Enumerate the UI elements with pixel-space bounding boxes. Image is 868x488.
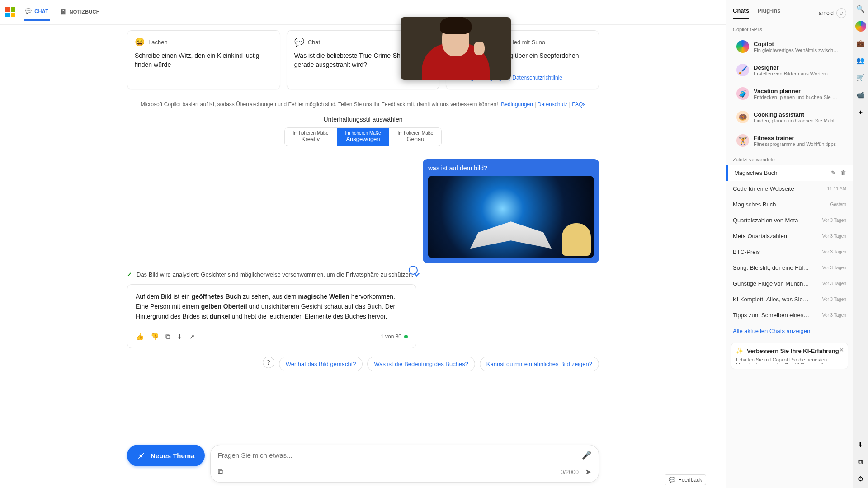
terms-link[interactable]: Bedingungen <box>501 101 533 108</box>
status-dot-icon <box>404 335 408 338</box>
briefcase-icon[interactable]: 💼 <box>855 38 866 49</box>
recent-chat[interactable]: Günstige Flüge von München nach Fra…Vor … <box>726 276 853 291</box>
copy-icon[interactable]: ⧉ <box>165 333 170 341</box>
download-rail-icon[interactable]: ⬇ <box>855 439 866 450</box>
microphone-icon[interactable]: 🎤 <box>582 450 591 460</box>
delete-icon[interactable]: 🗑 <box>840 169 846 176</box>
image-upload-icon[interactable]: ⧉ <box>218 468 223 477</box>
cooking-icon: 🍩 <box>736 111 749 123</box>
chat-bubble-icon: 💬 <box>294 37 304 47</box>
notebook-icon: 📓 <box>60 9 66 15</box>
followup-suggestions: ? Wer hat das Bild gemacht? Was ist die … <box>127 357 599 371</box>
suggestion-pill[interactable]: Kannst du mir ein ähnliches Bild zeigen? <box>480 357 599 371</box>
analysis-text: Das Bild wird analysiert: Gesichter sind… <box>137 271 414 278</box>
fitness-icon: 🏋️ <box>736 134 749 147</box>
share-icon[interactable]: ↗ <box>189 333 195 341</box>
recent-chat[interactable]: Quartalszahlen von MetaVor 3 Tagen <box>726 212 853 228</box>
chat-icon: 💬 <box>25 8 32 14</box>
recent-label: Zuletzt verwendete <box>726 152 853 165</box>
help-icon[interactable]: ? <box>263 357 274 368</box>
close-icon[interactable]: ✕ <box>839 347 844 353</box>
username: arnold <box>819 10 834 16</box>
feedback-icon: 💬 <box>669 477 675 483</box>
privacy-link[interactable]: Datenschutz <box>538 101 568 108</box>
send-icon[interactable]: ➤ <box>585 467 591 477</box>
sidebar-tab-chats[interactable]: Chats <box>733 7 749 19</box>
card-body: Schreibe einen Witz, den ein Kleinkind l… <box>135 52 273 69</box>
designer-icon: 🖌️ <box>736 64 749 76</box>
popout-icon[interactable]: ⧉ <box>855 456 866 467</box>
user-image[interactable] <box>428 176 594 258</box>
recent-chat[interactable]: Code für eine Webseite11:11 AM <box>726 181 853 197</box>
recent-chat[interactable]: Magisches Buch ✎🗑 <box>726 165 853 181</box>
sidebar-tab-plugins[interactable]: Plug-Ins <box>757 7 780 19</box>
microsoft-logo <box>5 7 15 17</box>
style-creative[interactable]: Im höheren Maße Kreativ <box>285 128 337 146</box>
gpt-list: CopilotEin gleichwertiges Verhältnis zwi… <box>726 35 853 152</box>
broom-icon <box>137 451 146 460</box>
style-precise[interactable]: Im höheren Maße Genau <box>389 128 441 146</box>
plus-icon[interactable]: ＋ <box>855 107 866 117</box>
recent-chat[interactable]: Song: Bleistift, der eine Füllfeder sein… <box>726 260 853 276</box>
settings-icon[interactable]: ⚙ <box>855 474 866 484</box>
sparkle-icon: ✨ <box>736 347 743 354</box>
turn-counter: 1 von 30 <box>381 333 408 340</box>
gpt-vacation[interactable]: 🧳Vacation plannerEntdecken, planen und b… <box>730 83 849 104</box>
like-icon[interactable]: 👍 <box>136 333 144 341</box>
copilot-icon <box>736 40 749 53</box>
message-input[interactable] <box>218 451 582 459</box>
feedback-button[interactable]: 💬 Feedback <box>665 474 706 485</box>
icon-rail: 🔍 💼 👥 🛒 📹 ＋ ⬇ ⧉ ⚙ <box>853 0 868 488</box>
tab-notebook[interactable]: 📓 NOTIZBUCH <box>58 5 102 20</box>
cursor-indicator-icon <box>409 266 418 275</box>
recent-chat[interactable]: KI Komplett: Alles, was Sie über LLMs …V… <box>726 291 853 307</box>
suggestion-pill[interactable]: Wer hat das Bild gemacht? <box>279 357 363 371</box>
user-chip[interactable]: arnold ☺ <box>819 8 846 18</box>
tab-chat[interactable]: 💬 CHAT <box>24 4 50 21</box>
avatar-icon: ☺ <box>836 8 846 18</box>
picture-in-picture[interactable] <box>401 17 511 80</box>
search-icon[interactable]: 🔍 <box>855 4 866 14</box>
disclaimer: Microsoft Copilot basiert auf KI, sodass… <box>127 101 599 108</box>
topbar: 💬 CHAT 📓 NOTIZBUCH <box>0 0 726 25</box>
copilot-rail-icon[interactable] <box>855 21 866 32</box>
user-text: was ist auf dem bild? <box>428 164 594 172</box>
promo-card[interactable]: ✕ ✨Verbessern Sie Ihre KI-Erfahrung Erha… <box>731 343 848 369</box>
ai-text: Auf dem Bild ist ein geöffnetes Buch zu … <box>136 292 408 321</box>
gpt-copilot[interactable]: CopilotEin gleichwertiges Verhältnis zwi… <box>730 36 849 57</box>
recent-chat[interactable]: BTC-PreisVor 3 Tagen <box>726 244 853 260</box>
gpt-fitness[interactable]: 🏋️Fitness trainerFitnessprogramme und Wo… <box>730 130 849 151</box>
download-icon[interactable]: ⬇ <box>177 333 183 341</box>
check-icon: ✓ <box>127 271 132 278</box>
suggestion-pill[interactable]: Was ist die Bedeutung des Buches? <box>367 357 475 371</box>
video-icon[interactable]: 📹 <box>855 89 866 100</box>
gpts-label: Copilot-GPTs <box>726 22 853 35</box>
main-area: 💬 CHAT 📓 NOTIZBUCH 😄Lachen Schreibe eine… <box>0 0 726 488</box>
faq-link[interactable]: FAQs <box>572 101 585 108</box>
edit-icon[interactable]: ✎ <box>831 169 836 176</box>
people-icon[interactable]: 👥 <box>855 55 866 66</box>
laugh-icon: 😄 <box>135 37 145 47</box>
dislike-icon[interactable]: 👎 <box>151 333 159 341</box>
privacy-link[interactable]: Datenschutzrichtlinie <box>512 75 562 81</box>
recent-chat[interactable]: Tipps zum Schreiben eines Artikels übe…V… <box>726 307 853 323</box>
new-topic-button[interactable]: Neues Thema <box>127 445 205 466</box>
tab-chat-label: CHAT <box>34 9 48 14</box>
disclaimer-text: Microsoft Copilot basiert auf KI, sodass… <box>141 101 498 108</box>
all-chats-link[interactable]: Alle aktuellen Chats anzeigen <box>726 323 853 339</box>
style-balanced[interactable]: Im höheren Maße Ausgewogen <box>337 128 390 146</box>
recent-list: Magisches Buch ✎🗑 Code für eine Webseite… <box>726 165 853 323</box>
gpt-cooking[interactable]: 🍩Cooking assistantFinden, planen und koc… <box>730 106 849 128</box>
recent-chat[interactable]: Meta QuartalszahlenVor 3 Tagen <box>726 228 853 244</box>
compose-box: 🎤 ⧉ 0/2000 ➤ <box>210 445 599 483</box>
style-title: Unterhaltungsstil auswählen <box>127 116 599 123</box>
cart-icon[interactable]: 🛒 <box>855 72 866 83</box>
vacation-icon: 🧳 <box>736 87 749 100</box>
gpt-designer[interactable]: 🖌️DesignerErstellen von Bildern aus Wört… <box>730 59 849 81</box>
analysis-row: ✓ Das Bild wird analysiert: Gesichter si… <box>127 271 599 278</box>
ai-response: Auf dem Bild ist ein geöffnetes Buch zu … <box>127 284 416 348</box>
sidebar: Chats Plug-Ins arnold ☺ Copilot-GPTs Cop… <box>726 0 853 488</box>
card-laugh[interactable]: 😄Lachen Schreibe einen Witz, den ein Kle… <box>127 30 280 89</box>
tab-notebook-label: NOTIZBUCH <box>70 9 100 14</box>
recent-chat[interactable]: Magisches BuchGestern <box>726 197 853 212</box>
